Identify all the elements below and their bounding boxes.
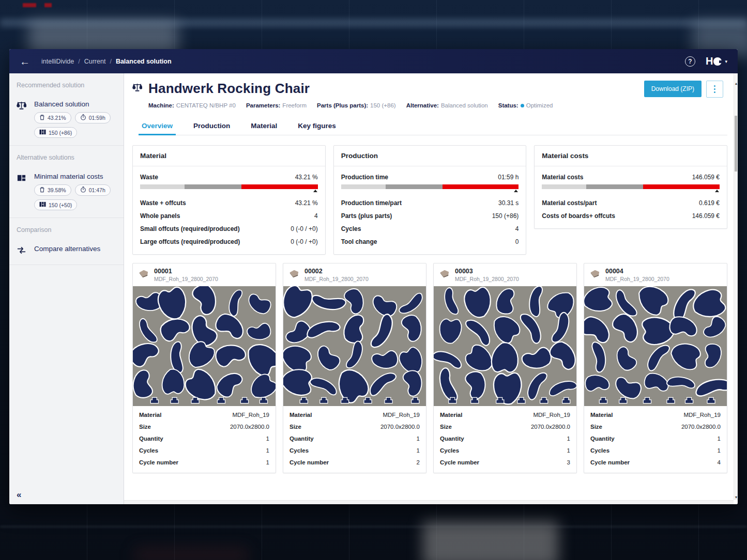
panel-card-00001[interactable]: 00001MDF_Roh_19_2800_2070MaterialMDF_Roh… xyxy=(132,263,276,473)
sidebar-collapse-button[interactable]: « xyxy=(17,490,21,500)
badge-text: 150 (+50) xyxy=(49,202,72,208)
panel-detail-row: Quantity1 xyxy=(139,432,269,444)
stat-row-value: 146.059 € xyxy=(692,212,720,220)
primary-metric-row: Production time01:59 h xyxy=(341,169,519,184)
stat-card-material-costs: Material costsMaterial costs146.059 €Mat… xyxy=(534,145,727,229)
metric-badge: 43.21% xyxy=(34,112,71,123)
stat-row-label: Cycles xyxy=(341,225,361,232)
stat-row-value: 4 xyxy=(515,225,519,232)
kebab-menu-button[interactable] xyxy=(706,81,723,98)
scrollbar-thumb[interactable] xyxy=(735,116,737,172)
panel-card-00004[interactable]: 00004MDF_Roh_19_2800_2070MaterialMDF_Roh… xyxy=(584,263,727,473)
panel-detail-row: MaterialMDF_Roh_19 xyxy=(440,409,570,421)
panel-material-name: MDF_Roh_19_2800_2070 xyxy=(455,276,519,283)
tab-production[interactable]: Production xyxy=(192,119,231,135)
panel-detail-label: Material xyxy=(440,412,462,418)
sidebar-item-minimal-material-costs[interactable]: Minimal material costs39.58%01:47h150 (+… xyxy=(9,166,124,210)
panel-detail-value: 1 xyxy=(266,459,269,465)
background-blur-blob xyxy=(134,548,248,560)
panel-detail-value: MDF_Roh_19 xyxy=(232,412,269,418)
panel-material-name: MDF_Roh_19_2800_2070 xyxy=(154,276,218,283)
back-arrow-icon[interactable]: ← xyxy=(20,56,30,67)
panel-details: MaterialMDF_Roh_19Size2070.0x2800.0Quant… xyxy=(584,406,727,473)
breadcrumb-item[interactable]: intelliDivide xyxy=(41,58,74,65)
stat-row: Small offcuts (required/produced)0 (-0 /… xyxy=(140,222,318,235)
panel-detail-value: MDF_Roh_19 xyxy=(533,412,570,418)
meta-label: Status: xyxy=(498,102,519,108)
panel-card-00002[interactable]: 00002MDF_Roh_19_2800_2070MaterialMDF_Roh… xyxy=(283,263,426,473)
download-zip-button[interactable]: Download (ZIP) xyxy=(644,81,702,97)
panel-detail-label: Cycles xyxy=(590,447,609,454)
badge-text: 43.21% xyxy=(48,115,66,121)
metric-value: 146.059 € xyxy=(692,174,720,181)
sidebar-item-label: Compare alternatives xyxy=(34,245,116,253)
panel-detail-row: MaterialMDF_Roh_19 xyxy=(590,409,721,421)
help-icon[interactable]: ? xyxy=(685,56,695,67)
sidebar-item-label: Balanced solution xyxy=(34,100,116,108)
bar-segment xyxy=(586,184,643,189)
tab-bar: OverviewProductionMaterialKey figures xyxy=(139,119,727,135)
sidebar-item-body: Balanced solution43.21%01:59h150 (+86) xyxy=(34,100,116,138)
panel-detail-value: 1 xyxy=(567,435,570,442)
vertical-scrollbar[interactable]: ▲ ▼ xyxy=(734,73,738,500)
board-icon xyxy=(288,269,300,281)
panel-card-titles: 00002MDF_Roh_19_2800_2070 xyxy=(304,268,369,282)
stat-row-label: Tool change xyxy=(341,238,377,245)
stat-row-value: 0 (-0 / +0) xyxy=(291,225,317,232)
nesting-preview-image xyxy=(434,286,576,406)
bar-segment xyxy=(542,184,586,189)
sidebar-item-compare-alternatives[interactable]: Compare alternatives xyxy=(9,239,124,257)
tab-key-figures[interactable]: Key figures xyxy=(297,119,337,135)
meta-label: Alternative: xyxy=(406,102,439,108)
breadcrumb-item[interactable]: Current xyxy=(84,58,106,65)
breadcrumb-separator: / xyxy=(78,58,80,65)
waste-icon xyxy=(39,186,45,194)
panel-detail-row: Cycle number1 xyxy=(139,456,269,468)
panel-detail-value: 1 xyxy=(417,447,420,454)
tab-overview[interactable]: Overview xyxy=(141,119,174,135)
breadcrumb: intelliDivide/Current/Balanced solution xyxy=(41,58,172,65)
panel-detail-label: Size xyxy=(289,424,301,430)
metric-label: Material costs xyxy=(542,174,583,181)
stat-row: Production time/part30.31 s xyxy=(341,196,519,209)
panel-detail-row: Size2070.0x2800.0 xyxy=(289,421,420,432)
background-red-speck xyxy=(23,3,36,7)
stat-card-material: MaterialWaste43.21 %Waste + offcuts43.21… xyxy=(132,145,326,255)
panel-card-titles: 00004MDF_Roh_19_2800_2070 xyxy=(605,268,669,282)
background-light-line xyxy=(0,526,747,527)
panel-detail-value: 2070.0x2800.0 xyxy=(380,424,420,430)
sidebar-section-header: Comparison xyxy=(9,218,124,239)
meta-item: Parameters:Freeform xyxy=(246,102,307,108)
bar-segment xyxy=(443,184,519,189)
scroll-down-icon[interactable]: ▼ xyxy=(734,495,738,499)
stat-row-label: Whole panels xyxy=(140,212,180,220)
sidebar-section: Recommended solutionBalanced solution43.… xyxy=(9,73,124,146)
tab-material[interactable]: Material xyxy=(250,119,278,135)
meta-item: Machine:CENTATEQ N/BHP #0 xyxy=(148,102,236,108)
meta-item: Status:Optimized xyxy=(498,102,553,108)
stat-row-label: Small offcuts (required/produced) xyxy=(140,225,240,232)
meta-item: Parts (Plus parts):150 (+86) xyxy=(317,102,396,108)
horizontal-scrollbar[interactable] xyxy=(124,500,734,504)
benchmark-bar-track xyxy=(341,184,519,189)
scroll-up-icon[interactable]: ▲ xyxy=(734,82,738,85)
sidebar-item-balanced-solution[interactable]: Balanced solution43.21%01:59h150 (+86) xyxy=(9,94,124,138)
panel-card-header: 00003MDF_Roh_19_2800_2070 xyxy=(434,263,576,286)
benchmark-bar-track xyxy=(140,184,318,189)
panel-id: 00001 xyxy=(154,268,218,276)
stat-card-body: Production time01:59 hProduction time/pa… xyxy=(334,166,526,254)
panel-card-00003[interactable]: 00003MDF_Roh_19_2800_2070MaterialMDF_Roh… xyxy=(433,263,577,473)
metric-label: Waste xyxy=(140,174,158,181)
board-icon xyxy=(589,269,601,281)
time-icon xyxy=(80,114,86,121)
badge-text: 39.58% xyxy=(48,187,66,193)
nesting-preview-image xyxy=(283,286,426,406)
board-icon xyxy=(138,269,149,281)
stat-row: Large offcuts (required/produced)0 (-0 /… xyxy=(140,235,318,248)
panel-detail-row: Size2070.0x2800.0 xyxy=(139,421,269,432)
homag-logo[interactable]: H ▾ xyxy=(706,55,727,67)
parts-icon xyxy=(39,201,46,208)
panel-detail-value: MDF_Roh_19 xyxy=(683,412,721,418)
logo-disc-icon xyxy=(713,57,722,66)
stat-row: Costs of boards+ offcuts146.059 € xyxy=(542,209,720,222)
